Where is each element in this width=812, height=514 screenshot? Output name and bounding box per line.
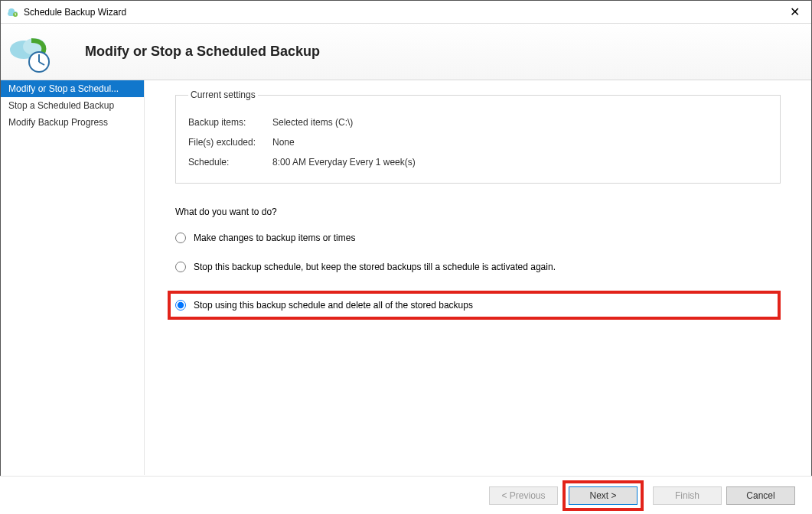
- label-files-excluded: File(s) excluded:: [188, 137, 272, 148]
- cancel-button[interactable]: Cancel: [726, 486, 795, 505]
- wizard-header: Modify or Stop a Scheduled Backup: [1, 24, 811, 80]
- sidebar-step-modify-progress[interactable]: Modify Backup Progress: [1, 114, 144, 131]
- window-title: Schedule Backup Wizard: [24, 7, 784, 18]
- app-icon: [7, 6, 19, 18]
- question-text: What do you want to do?: [175, 207, 781, 217]
- settings-row-files-excluded: File(s) excluded: None: [188, 137, 768, 148]
- current-settings-group: Current settings Backup items: Selected …: [175, 89, 781, 184]
- label-schedule: Schedule:: [188, 157, 272, 168]
- sidebar-step-modify-or-stop[interactable]: Modify or Stop a Schedul...: [1, 80, 144, 97]
- radio-stop-delete[interactable]: [175, 300, 186, 311]
- finish-button: Finish: [653, 486, 722, 505]
- radio-option-stop-keep[interactable]: Stop this backup schedule, but keep the …: [175, 262, 781, 272]
- next-button-highlight: Next >: [563, 480, 644, 511]
- radio-make-changes[interactable]: [175, 233, 186, 243]
- close-icon[interactable]: ✕: [784, 5, 805, 19]
- radio-option-stop-delete[interactable]: Stop using this backup schedule and dele…: [168, 291, 781, 320]
- titlebar: Schedule Backup Wizard ✕: [1, 1, 811, 24]
- radio-option-make-changes[interactable]: Make changes to backup items or times: [175, 233, 781, 243]
- next-button[interactable]: Next >: [569, 486, 638, 505]
- radio-stop-keep[interactable]: [175, 262, 186, 272]
- wizard-footer: < Previous Next > Finish Cancel: [0, 476, 812, 514]
- value-schedule: 8:00 AM Everyday Every 1 week(s): [272, 157, 416, 168]
- previous-button: < Previous: [489, 486, 558, 505]
- sidebar-step-stop-backup[interactable]: Stop a Scheduled Backup: [1, 97, 144, 114]
- radio-group-action: Make changes to backup items or times St…: [175, 233, 781, 320]
- settings-row-schedule: Schedule: 8:00 AM Everyday Every 1 week(…: [188, 157, 768, 168]
- radio-label-stop-keep: Stop this backup schedule, but keep the …: [194, 262, 556, 272]
- value-files-excluded: None: [272, 137, 295, 148]
- radio-label-make-changes: Make changes to backup items or times: [194, 233, 355, 243]
- wizard-logo-icon: [8, 31, 54, 73]
- settings-row-backup-items: Backup items: Selected items (C:\): [188, 117, 768, 128]
- wizard-steps-sidebar: Modify or Stop a Schedul... Stop a Sched…: [1, 80, 145, 475]
- current-settings-legend: Current settings: [188, 89, 258, 100]
- main-content: Current settings Backup items: Selected …: [145, 80, 811, 475]
- page-title: Modify or Stop a Scheduled Backup: [85, 44, 320, 60]
- radio-label-stop-delete: Stop using this backup schedule and dele…: [194, 300, 473, 311]
- label-backup-items: Backup items:: [188, 117, 272, 128]
- value-backup-items: Selected items (C:\): [272, 117, 353, 128]
